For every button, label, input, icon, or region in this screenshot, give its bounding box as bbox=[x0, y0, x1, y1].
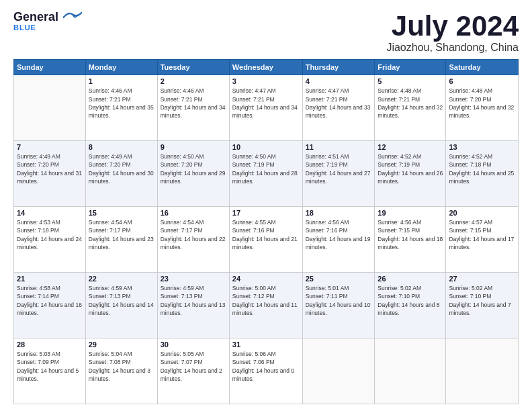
col-header-monday: Monday bbox=[85, 60, 157, 75]
day-number: 16 bbox=[161, 209, 226, 217]
day-info: Sunrise: 4:58 AM Sunset: 7:14 PM Dayligh… bbox=[17, 284, 83, 317]
day-info: Sunrise: 5:06 AM Sunset: 7:06 PM Dayligh… bbox=[232, 350, 300, 383]
col-header-wednesday: Wednesday bbox=[229, 60, 302, 75]
col-header-tuesday: Tuesday bbox=[157, 60, 229, 75]
day-cell: 25Sunrise: 5:01 AM Sunset: 7:11 PM Dayli… bbox=[302, 273, 375, 338]
day-cell: 15Sunrise: 4:54 AM Sunset: 7:17 PM Dayli… bbox=[85, 207, 157, 273]
day-number: 15 bbox=[89, 209, 154, 217]
day-info: Sunrise: 5:03 AM Sunset: 7:09 PM Dayligh… bbox=[17, 350, 83, 383]
day-cell bbox=[375, 338, 446, 404]
day-number: 14 bbox=[17, 209, 83, 217]
day-cell bbox=[446, 338, 519, 404]
day-number: 27 bbox=[449, 275, 515, 283]
day-number: 19 bbox=[378, 209, 443, 217]
day-info: Sunrise: 4:47 AM Sunset: 7:21 PM Dayligh… bbox=[306, 87, 372, 120]
day-info: Sunrise: 4:47 AM Sunset: 7:21 PM Dayligh… bbox=[232, 87, 300, 120]
day-cell: 20Sunrise: 4:57 AM Sunset: 7:15 PM Dayli… bbox=[446, 207, 519, 273]
day-cell: 9Sunrise: 4:50 AM Sunset: 7:20 PM Daylig… bbox=[157, 141, 229, 207]
day-cell: 31Sunrise: 5:06 AM Sunset: 7:06 PM Dayli… bbox=[229, 338, 302, 404]
day-cell: 26Sunrise: 5:02 AM Sunset: 7:10 PM Dayli… bbox=[375, 273, 446, 338]
day-info: Sunrise: 5:04 AM Sunset: 7:08 PM Dayligh… bbox=[89, 350, 154, 383]
calendar-table: SundayMondayTuesdayWednesdayThursdayFrid… bbox=[13, 59, 519, 404]
header-row: SundayMondayTuesdayWednesdayThursdayFrid… bbox=[14, 60, 519, 75]
day-number: 25 bbox=[306, 275, 372, 283]
day-info: Sunrise: 4:50 AM Sunset: 7:19 PM Dayligh… bbox=[232, 152, 300, 185]
day-number: 21 bbox=[17, 275, 83, 283]
day-cell: 16Sunrise: 4:54 AM Sunset: 7:17 PM Dayli… bbox=[157, 207, 229, 273]
day-number: 2 bbox=[161, 77, 226, 85]
header: General Blue July 2024 Jiaozhou, Shandon… bbox=[13, 11, 519, 54]
day-info: Sunrise: 4:49 AM Sunset: 7:20 PM Dayligh… bbox=[89, 152, 154, 185]
day-number: 11 bbox=[306, 143, 372, 151]
day-cell: 12Sunrise: 4:52 AM Sunset: 7:19 PM Dayli… bbox=[375, 141, 446, 207]
day-cell: 7Sunrise: 4:49 AM Sunset: 7:20 PM Daylig… bbox=[14, 141, 86, 207]
day-cell: 18Sunrise: 4:56 AM Sunset: 7:16 PM Dayli… bbox=[302, 207, 375, 273]
day-number: 20 bbox=[449, 209, 515, 217]
day-number: 13 bbox=[449, 143, 515, 151]
col-header-friday: Friday bbox=[375, 60, 446, 75]
day-info: Sunrise: 4:50 AM Sunset: 7:20 PM Dayligh… bbox=[161, 152, 226, 185]
day-number: 9 bbox=[161, 143, 226, 151]
title-block: July 2024 Jiaozhou, Shandong, China bbox=[386, 11, 519, 54]
day-number: 8 bbox=[89, 143, 154, 151]
day-info: Sunrise: 5:01 AM Sunset: 7:11 PM Dayligh… bbox=[306, 284, 372, 317]
day-number: 4 bbox=[306, 77, 372, 85]
day-cell: 30Sunrise: 5:05 AM Sunset: 7:07 PM Dayli… bbox=[157, 338, 229, 404]
day-cell: 1Sunrise: 4:46 AM Sunset: 7:21 PM Daylig… bbox=[85, 75, 157, 141]
day-cell: 10Sunrise: 4:50 AM Sunset: 7:19 PM Dayli… bbox=[229, 141, 302, 207]
page: General Blue July 2024 Jiaozhou, Shandon… bbox=[0, 0, 532, 411]
day-number: 5 bbox=[378, 77, 443, 85]
day-number: 3 bbox=[232, 77, 300, 85]
location: Jiaozhou, Shandong, China bbox=[386, 42, 519, 54]
day-cell: 19Sunrise: 4:56 AM Sunset: 7:15 PM Dayli… bbox=[375, 207, 446, 273]
day-cell: 2Sunrise: 4:46 AM Sunset: 7:21 PM Daylig… bbox=[157, 75, 229, 141]
day-cell: 24Sunrise: 5:00 AM Sunset: 7:12 PM Dayli… bbox=[229, 273, 302, 338]
day-number: 12 bbox=[378, 143, 443, 151]
day-info: Sunrise: 4:51 AM Sunset: 7:19 PM Dayligh… bbox=[306, 152, 372, 185]
day-cell: 22Sunrise: 4:59 AM Sunset: 7:13 PM Dayli… bbox=[85, 273, 157, 338]
day-info: Sunrise: 4:48 AM Sunset: 7:21 PM Dayligh… bbox=[378, 87, 443, 120]
day-number: 31 bbox=[232, 340, 300, 349]
col-header-sunday: Sunday bbox=[14, 60, 86, 75]
day-cell: 23Sunrise: 4:59 AM Sunset: 7:13 PM Dayli… bbox=[157, 273, 229, 338]
day-cell: 17Sunrise: 4:55 AM Sunset: 7:16 PM Dayli… bbox=[229, 207, 302, 273]
day-number: 26 bbox=[378, 275, 443, 283]
day-cell: 3Sunrise: 4:47 AM Sunset: 7:21 PM Daylig… bbox=[229, 75, 302, 141]
month-title: July 2024 bbox=[386, 11, 519, 42]
day-number: 24 bbox=[232, 275, 300, 283]
day-number: 23 bbox=[161, 275, 226, 283]
day-number: 30 bbox=[161, 340, 226, 349]
day-cell: 5Sunrise: 4:48 AM Sunset: 7:21 PM Daylig… bbox=[375, 75, 446, 141]
day-number: 22 bbox=[89, 275, 154, 283]
col-header-thursday: Thursday bbox=[302, 60, 375, 75]
day-info: Sunrise: 4:52 AM Sunset: 7:19 PM Dayligh… bbox=[378, 152, 443, 185]
day-info: Sunrise: 4:46 AM Sunset: 7:21 PM Dayligh… bbox=[161, 87, 226, 120]
week-row-3: 14Sunrise: 4:53 AM Sunset: 7:18 PM Dayli… bbox=[14, 207, 519, 273]
day-cell: 27Sunrise: 5:02 AM Sunset: 7:10 PM Dayli… bbox=[446, 273, 519, 338]
day-info: Sunrise: 4:49 AM Sunset: 7:20 PM Dayligh… bbox=[17, 152, 83, 185]
day-number: 18 bbox=[306, 209, 372, 217]
day-info: Sunrise: 4:52 AM Sunset: 7:18 PM Dayligh… bbox=[449, 152, 515, 185]
day-info: Sunrise: 4:56 AM Sunset: 7:15 PM Dayligh… bbox=[378, 218, 443, 251]
day-info: Sunrise: 4:54 AM Sunset: 7:17 PM Dayligh… bbox=[161, 218, 226, 251]
day-info: Sunrise: 4:59 AM Sunset: 7:13 PM Dayligh… bbox=[89, 284, 154, 317]
logo: General Blue bbox=[13, 11, 82, 32]
week-row-1: 1Sunrise: 4:46 AM Sunset: 7:21 PM Daylig… bbox=[14, 75, 519, 141]
day-info: Sunrise: 5:02 AM Sunset: 7:10 PM Dayligh… bbox=[378, 284, 443, 317]
day-number: 6 bbox=[449, 77, 515, 85]
day-cell: 4Sunrise: 4:47 AM Sunset: 7:21 PM Daylig… bbox=[302, 75, 375, 141]
day-cell: 21Sunrise: 4:58 AM Sunset: 7:14 PM Dayli… bbox=[14, 273, 86, 338]
week-row-2: 7Sunrise: 4:49 AM Sunset: 7:20 PM Daylig… bbox=[14, 141, 519, 207]
day-info: Sunrise: 5:05 AM Sunset: 7:07 PM Dayligh… bbox=[161, 350, 226, 383]
day-info: Sunrise: 4:57 AM Sunset: 7:15 PM Dayligh… bbox=[449, 218, 515, 251]
day-cell: 6Sunrise: 4:48 AM Sunset: 7:20 PM Daylig… bbox=[446, 75, 519, 141]
day-number: 10 bbox=[232, 143, 300, 151]
day-cell: 8Sunrise: 4:49 AM Sunset: 7:20 PM Daylig… bbox=[85, 141, 157, 207]
day-info: Sunrise: 4:46 AM Sunset: 7:21 PM Dayligh… bbox=[89, 87, 154, 120]
day-info: Sunrise: 4:54 AM Sunset: 7:17 PM Dayligh… bbox=[89, 218, 154, 251]
day-info: Sunrise: 5:00 AM Sunset: 7:12 PM Dayligh… bbox=[232, 284, 300, 317]
day-number: 29 bbox=[89, 340, 154, 349]
week-row-4: 21Sunrise: 4:58 AM Sunset: 7:14 PM Dayli… bbox=[14, 273, 519, 338]
day-cell: 28Sunrise: 5:03 AM Sunset: 7:09 PM Dayli… bbox=[14, 338, 86, 404]
logo-text: General bbox=[13, 11, 82, 24]
